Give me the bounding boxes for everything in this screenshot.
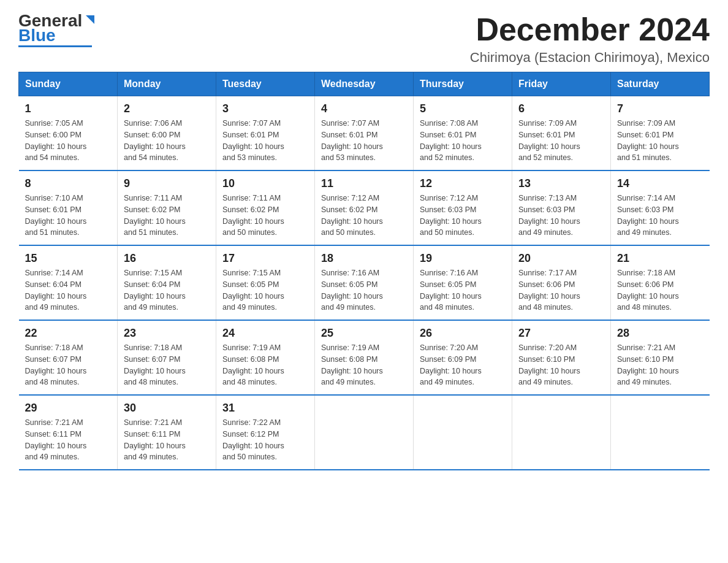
day-info: Sunrise: 7:20 AM Sunset: 6:10 PM Dayligh… — [518, 342, 604, 388]
calendar-cell: 21Sunrise: 7:18 AM Sunset: 6:06 PM Dayli… — [611, 245, 710, 320]
day-number: 14 — [617, 177, 703, 190]
calendar-cell — [315, 395, 414, 470]
calendar-cell: 14Sunrise: 7:14 AM Sunset: 6:03 PM Dayli… — [611, 170, 710, 245]
logo-triangle-icon — [83, 13, 97, 26]
day-info: Sunrise: 7:15 AM Sunset: 6:05 PM Dayligh… — [222, 267, 308, 313]
calendar-cell: 29Sunrise: 7:21 AM Sunset: 6:11 PM Dayli… — [19, 395, 118, 470]
day-number: 20 — [518, 252, 604, 265]
calendar-cell: 5Sunrise: 7:08 AM Sunset: 6:01 PM Daylig… — [414, 96, 512, 171]
day-info: Sunrise: 7:18 AM Sunset: 6:06 PM Dayligh… — [617, 267, 703, 313]
main-title: December 2024 — [470, 12, 710, 47]
day-number: 17 — [222, 252, 308, 265]
col-header-monday: Monday — [118, 72, 216, 96]
day-number: 12 — [420, 177, 506, 190]
calendar-cell: 30Sunrise: 7:21 AM Sunset: 6:11 PM Dayli… — [118, 395, 216, 470]
calendar-week-row: 29Sunrise: 7:21 AM Sunset: 6:11 PM Dayli… — [19, 395, 710, 470]
day-number: 16 — [124, 252, 210, 265]
calendar-cell: 17Sunrise: 7:15 AM Sunset: 6:05 PM Dayli… — [216, 245, 315, 320]
logo: General Blue — [18, 12, 97, 47]
calendar-cell: 28Sunrise: 7:21 AM Sunset: 6:10 PM Dayli… — [611, 320, 710, 395]
day-number: 29 — [25, 402, 112, 415]
calendar-week-row: 22Sunrise: 7:18 AM Sunset: 6:07 PM Dayli… — [19, 320, 710, 395]
day-info: Sunrise: 7:21 AM Sunset: 6:11 PM Dayligh… — [124, 417, 210, 463]
day-info: Sunrise: 7:10 AM Sunset: 6:01 PM Dayligh… — [25, 193, 112, 239]
day-number: 31 — [222, 402, 308, 415]
day-info: Sunrise: 7:22 AM Sunset: 6:12 PM Dayligh… — [222, 417, 308, 463]
day-info: Sunrise: 7:09 AM Sunset: 6:01 PM Dayligh… — [617, 118, 703, 164]
day-number: 3 — [222, 102, 308, 115]
calendar-week-row: 15Sunrise: 7:14 AM Sunset: 6:04 PM Dayli… — [19, 245, 710, 320]
subtitle: Chirimoya (Estacion Chirimoya), Mexico — [470, 50, 710, 66]
calendar-cell: 7Sunrise: 7:09 AM Sunset: 6:01 PM Daylig… — [611, 96, 710, 171]
calendar-cell: 23Sunrise: 7:18 AM Sunset: 6:07 PM Dayli… — [118, 320, 216, 395]
day-number: 15 — [25, 252, 112, 265]
day-info: Sunrise: 7:14 AM Sunset: 6:04 PM Dayligh… — [25, 267, 112, 313]
day-info: Sunrise: 7:16 AM Sunset: 6:05 PM Dayligh… — [420, 267, 506, 313]
calendar-cell — [512, 395, 611, 470]
logo-blue-text: Blue — [18, 27, 56, 44]
col-header-friday: Friday — [512, 72, 611, 96]
day-number: 24 — [222, 327, 308, 340]
calendar-cell — [414, 395, 512, 470]
day-info: Sunrise: 7:12 AM Sunset: 6:03 PM Dayligh… — [420, 193, 506, 239]
day-number: 6 — [518, 102, 604, 115]
day-info: Sunrise: 7:11 AM Sunset: 6:02 PM Dayligh… — [124, 193, 210, 239]
day-number: 21 — [617, 252, 703, 265]
day-number: 9 — [124, 177, 210, 190]
calendar-cell: 13Sunrise: 7:13 AM Sunset: 6:03 PM Dayli… — [512, 170, 611, 245]
col-header-thursday: Thursday — [414, 72, 512, 96]
svg-marker-0 — [86, 15, 94, 24]
day-info: Sunrise: 7:05 AM Sunset: 6:00 PM Dayligh… — [25, 118, 112, 164]
day-number: 10 — [222, 177, 308, 190]
day-number: 2 — [124, 102, 210, 115]
col-header-tuesday: Tuesday — [216, 72, 315, 96]
day-number: 26 — [420, 327, 506, 340]
calendar-cell: 3Sunrise: 7:07 AM Sunset: 6:01 PM Daylig… — [216, 96, 315, 171]
page-header: General Blue December 2024 Chirimoya (Es… — [18, 12, 710, 66]
day-info: Sunrise: 7:19 AM Sunset: 6:08 PM Dayligh… — [222, 342, 308, 388]
day-number: 19 — [420, 252, 506, 265]
calendar-table: SundayMondayTuesdayWednesdayThursdayFrid… — [18, 72, 710, 470]
day-info: Sunrise: 7:21 AM Sunset: 6:10 PM Dayligh… — [617, 342, 703, 388]
day-number: 23 — [124, 327, 210, 340]
calendar-header-row: SundayMondayTuesdayWednesdayThursdayFrid… — [19, 72, 710, 96]
day-info: Sunrise: 7:06 AM Sunset: 6:00 PM Dayligh… — [124, 118, 210, 164]
calendar-cell: 8Sunrise: 7:10 AM Sunset: 6:01 PM Daylig… — [19, 170, 118, 245]
day-number: 13 — [518, 177, 604, 190]
day-number: 18 — [321, 252, 407, 265]
calendar-cell: 11Sunrise: 7:12 AM Sunset: 6:02 PM Dayli… — [315, 170, 414, 245]
calendar-cell: 26Sunrise: 7:20 AM Sunset: 6:09 PM Dayli… — [414, 320, 512, 395]
day-info: Sunrise: 7:09 AM Sunset: 6:01 PM Dayligh… — [518, 118, 604, 164]
calendar-cell: 18Sunrise: 7:16 AM Sunset: 6:05 PM Dayli… — [315, 245, 414, 320]
calendar-cell: 27Sunrise: 7:20 AM Sunset: 6:10 PM Dayli… — [512, 320, 611, 395]
col-header-saturday: Saturday — [611, 72, 710, 96]
calendar-week-row: 8Sunrise: 7:10 AM Sunset: 6:01 PM Daylig… — [19, 170, 710, 245]
day-info: Sunrise: 7:16 AM Sunset: 6:05 PM Dayligh… — [321, 267, 407, 313]
day-info: Sunrise: 7:13 AM Sunset: 6:03 PM Dayligh… — [518, 193, 604, 239]
day-info: Sunrise: 7:08 AM Sunset: 6:01 PM Dayligh… — [420, 118, 506, 164]
day-number: 25 — [321, 327, 407, 340]
calendar-cell — [611, 395, 710, 470]
day-number: 22 — [25, 327, 112, 340]
day-info: Sunrise: 7:18 AM Sunset: 6:07 PM Dayligh… — [25, 342, 112, 388]
calendar-cell: 16Sunrise: 7:15 AM Sunset: 6:04 PM Dayli… — [118, 245, 216, 320]
day-info: Sunrise: 7:21 AM Sunset: 6:11 PM Dayligh… — [25, 417, 112, 463]
calendar-cell: 4Sunrise: 7:07 AM Sunset: 6:01 PM Daylig… — [315, 96, 414, 171]
day-info: Sunrise: 7:11 AM Sunset: 6:02 PM Dayligh… — [222, 193, 308, 239]
calendar-cell: 1Sunrise: 7:05 AM Sunset: 6:00 PM Daylig… — [19, 96, 118, 171]
calendar-cell: 10Sunrise: 7:11 AM Sunset: 6:02 PM Dayli… — [216, 170, 315, 245]
calendar-cell: 25Sunrise: 7:19 AM Sunset: 6:08 PM Dayli… — [315, 320, 414, 395]
calendar-cell: 24Sunrise: 7:19 AM Sunset: 6:08 PM Dayli… — [216, 320, 315, 395]
day-info: Sunrise: 7:17 AM Sunset: 6:06 PM Dayligh… — [518, 267, 604, 313]
calendar-cell: 20Sunrise: 7:17 AM Sunset: 6:06 PM Dayli… — [512, 245, 611, 320]
logo-underline — [18, 45, 92, 47]
calendar-cell: 22Sunrise: 7:18 AM Sunset: 6:07 PM Dayli… — [19, 320, 118, 395]
day-number: 7 — [617, 102, 703, 115]
calendar-cell: 15Sunrise: 7:14 AM Sunset: 6:04 PM Dayli… — [19, 245, 118, 320]
calendar-cell: 2Sunrise: 7:06 AM Sunset: 6:00 PM Daylig… — [118, 96, 216, 171]
day-number: 4 — [321, 102, 407, 115]
day-number: 30 — [124, 402, 210, 415]
calendar-cell: 31Sunrise: 7:22 AM Sunset: 6:12 PM Dayli… — [216, 395, 315, 470]
day-number: 28 — [617, 327, 703, 340]
day-info: Sunrise: 7:19 AM Sunset: 6:08 PM Dayligh… — [321, 342, 407, 388]
